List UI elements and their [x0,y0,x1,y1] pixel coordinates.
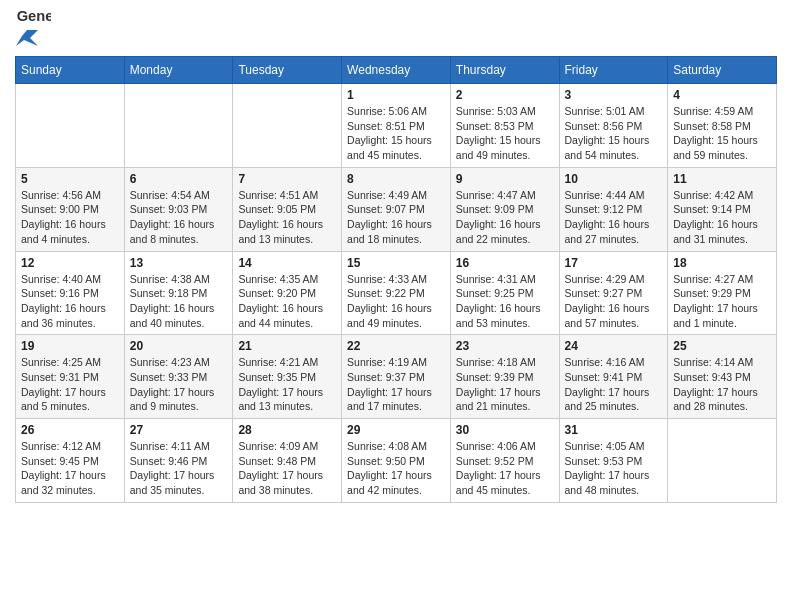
calendar-cell: 5Sunrise: 4:56 AMSunset: 9:00 PMDaylight… [16,167,125,251]
calendar-cell: 29Sunrise: 4:08 AMSunset: 9:50 PMDayligh… [342,419,451,503]
day-info: Sunrise: 4:42 AMSunset: 9:14 PMDaylight:… [673,188,771,247]
calendar-cell: 6Sunrise: 4:54 AMSunset: 9:03 PMDaylight… [124,167,233,251]
day-info: Sunrise: 4:49 AMSunset: 9:07 PMDaylight:… [347,188,445,247]
col-header-friday: Friday [559,57,668,84]
day-number: 29 [347,423,445,437]
day-info: Sunrise: 5:06 AMSunset: 8:51 PMDaylight:… [347,104,445,163]
day-number: 22 [347,339,445,353]
calendar-cell: 2Sunrise: 5:03 AMSunset: 8:53 PMDaylight… [450,84,559,168]
col-header-monday: Monday [124,57,233,84]
day-number: 14 [238,256,336,270]
calendar-cell: 16Sunrise: 4:31 AMSunset: 9:25 PMDayligh… [450,251,559,335]
calendar-cell: 22Sunrise: 4:19 AMSunset: 9:37 PMDayligh… [342,335,451,419]
day-number: 9 [456,172,554,186]
day-info: Sunrise: 5:03 AMSunset: 8:53 PMDaylight:… [456,104,554,163]
day-info: Sunrise: 4:05 AMSunset: 9:53 PMDaylight:… [565,439,663,498]
calendar-cell [124,84,233,168]
day-info: Sunrise: 4:25 AMSunset: 9:31 PMDaylight:… [21,355,119,414]
calendar-week-row: 12Sunrise: 4:40 AMSunset: 9:16 PMDayligh… [16,251,777,335]
day-info: Sunrise: 4:11 AMSunset: 9:46 PMDaylight:… [130,439,228,498]
calendar-cell: 7Sunrise: 4:51 AMSunset: 9:05 PMDaylight… [233,167,342,251]
day-number: 6 [130,172,228,186]
logo-icon: General [15,8,51,26]
day-number: 8 [347,172,445,186]
day-number: 18 [673,256,771,270]
calendar-cell: 27Sunrise: 4:11 AMSunset: 9:46 PMDayligh… [124,419,233,503]
calendar-cell: 26Sunrise: 4:12 AMSunset: 9:45 PMDayligh… [16,419,125,503]
col-header-thursday: Thursday [450,57,559,84]
day-info: Sunrise: 4:16 AMSunset: 9:41 PMDaylight:… [565,355,663,414]
page-header: General [15,10,777,48]
day-number: 13 [130,256,228,270]
day-number: 15 [347,256,445,270]
day-number: 24 [565,339,663,353]
day-number: 12 [21,256,119,270]
calendar-cell: 25Sunrise: 4:14 AMSunset: 9:43 PMDayligh… [668,335,777,419]
day-info: Sunrise: 4:59 AMSunset: 8:58 PMDaylight:… [673,104,771,163]
col-header-wednesday: Wednesday [342,57,451,84]
calendar-cell: 19Sunrise: 4:25 AMSunset: 9:31 PMDayligh… [16,335,125,419]
calendar-cell: 18Sunrise: 4:27 AMSunset: 9:29 PMDayligh… [668,251,777,335]
day-info: Sunrise: 4:19 AMSunset: 9:37 PMDaylight:… [347,355,445,414]
calendar-cell: 4Sunrise: 4:59 AMSunset: 8:58 PMDaylight… [668,84,777,168]
day-info: Sunrise: 4:38 AMSunset: 9:18 PMDaylight:… [130,272,228,331]
day-info: Sunrise: 4:06 AMSunset: 9:52 PMDaylight:… [456,439,554,498]
day-info: Sunrise: 4:31 AMSunset: 9:25 PMDaylight:… [456,272,554,331]
day-number: 1 [347,88,445,102]
calendar-cell: 1Sunrise: 5:06 AMSunset: 8:51 PMDaylight… [342,84,451,168]
day-number: 5 [21,172,119,186]
calendar-week-row: 19Sunrise: 4:25 AMSunset: 9:31 PMDayligh… [16,335,777,419]
calendar-cell: 12Sunrise: 4:40 AMSunset: 9:16 PMDayligh… [16,251,125,335]
day-number: 10 [565,172,663,186]
calendar-cell: 13Sunrise: 4:38 AMSunset: 9:18 PMDayligh… [124,251,233,335]
day-info: Sunrise: 4:47 AMSunset: 9:09 PMDaylight:… [456,188,554,247]
day-number: 23 [456,339,554,353]
calendar-cell [16,84,125,168]
calendar-cell: 8Sunrise: 4:49 AMSunset: 9:07 PMDaylight… [342,167,451,251]
calendar-cell: 14Sunrise: 4:35 AMSunset: 9:20 PMDayligh… [233,251,342,335]
day-info: Sunrise: 4:29 AMSunset: 9:27 PMDaylight:… [565,272,663,331]
day-number: 16 [456,256,554,270]
day-number: 17 [565,256,663,270]
calendar-cell: 17Sunrise: 4:29 AMSunset: 9:27 PMDayligh… [559,251,668,335]
day-number: 28 [238,423,336,437]
day-info: Sunrise: 5:01 AMSunset: 8:56 PMDaylight:… [565,104,663,163]
calendar-cell [233,84,342,168]
day-info: Sunrise: 4:35 AMSunset: 9:20 PMDaylight:… [238,272,336,331]
calendar-week-row: 1Sunrise: 5:06 AMSunset: 8:51 PMDaylight… [16,84,777,168]
svg-marker-1 [16,30,38,46]
day-number: 3 [565,88,663,102]
day-info: Sunrise: 4:23 AMSunset: 9:33 PMDaylight:… [130,355,228,414]
day-number: 20 [130,339,228,353]
day-info: Sunrise: 4:12 AMSunset: 9:45 PMDaylight:… [21,439,119,498]
day-number: 27 [130,423,228,437]
calendar-cell: 23Sunrise: 4:18 AMSunset: 9:39 PMDayligh… [450,335,559,419]
day-info: Sunrise: 4:51 AMSunset: 9:05 PMDaylight:… [238,188,336,247]
calendar-cell [668,419,777,503]
day-number: 11 [673,172,771,186]
day-info: Sunrise: 4:08 AMSunset: 9:50 PMDaylight:… [347,439,445,498]
day-info: Sunrise: 4:40 AMSunset: 9:16 PMDaylight:… [21,272,119,331]
calendar-cell: 31Sunrise: 4:05 AMSunset: 9:53 PMDayligh… [559,419,668,503]
calendar-cell: 15Sunrise: 4:33 AMSunset: 9:22 PMDayligh… [342,251,451,335]
day-info: Sunrise: 4:14 AMSunset: 9:43 PMDaylight:… [673,355,771,414]
day-number: 19 [21,339,119,353]
calendar-table: SundayMondayTuesdayWednesdayThursdayFrid… [15,56,777,503]
col-header-saturday: Saturday [668,57,777,84]
calendar-cell: 10Sunrise: 4:44 AMSunset: 9:12 PMDayligh… [559,167,668,251]
calendar-cell: 3Sunrise: 5:01 AMSunset: 8:56 PMDaylight… [559,84,668,168]
calendar-header-row: SundayMondayTuesdayWednesdayThursdayFrid… [16,57,777,84]
calendar-cell: 20Sunrise: 4:23 AMSunset: 9:33 PMDayligh… [124,335,233,419]
day-number: 26 [21,423,119,437]
logo-bird-icon [16,26,38,48]
col-header-tuesday: Tuesday [233,57,342,84]
day-number: 31 [565,423,663,437]
col-header-sunday: Sunday [16,57,125,84]
calendar-week-row: 5Sunrise: 4:56 AMSunset: 9:00 PMDaylight… [16,167,777,251]
day-number: 7 [238,172,336,186]
logo: General [15,10,51,48]
day-info: Sunrise: 4:09 AMSunset: 9:48 PMDaylight:… [238,439,336,498]
day-info: Sunrise: 4:56 AMSunset: 9:00 PMDaylight:… [21,188,119,247]
day-number: 21 [238,339,336,353]
day-info: Sunrise: 4:18 AMSunset: 9:39 PMDaylight:… [456,355,554,414]
